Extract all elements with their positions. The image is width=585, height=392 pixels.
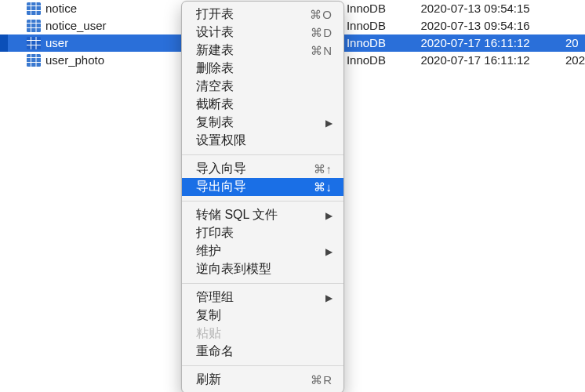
row-marker: [0, 34, 8, 52]
menu-shortcut: ⌘O: [310, 8, 332, 22]
table-date: 2020-07-17 16:11:12: [420, 52, 565, 69]
table-icon: [27, 20, 41, 32]
menu-separator: [182, 283, 343, 284]
table-icon: [27, 2, 41, 15]
menu-item[interactable]: 重命名: [182, 343, 343, 361]
table-name: user: [45, 34, 68, 52]
menu-shortcut: ⌘↓: [314, 180, 333, 194]
svg-rect-15: [27, 54, 41, 67]
table-extra: [565, 0, 585, 17]
menu-item[interactable]: 逆向表到模型: [182, 260, 343, 278]
menu-item[interactable]: 导入向导⌘↑: [182, 160, 343, 178]
menu-item[interactable]: 清空表: [182, 78, 343, 96]
row-marker: [0, 17, 8, 34]
table-date: 2020-07-13 09:54:16: [420, 17, 565, 34]
menu-item[interactable]: 转储 SQL 文件▶: [182, 206, 343, 224]
menu-item[interactable]: 设置权限: [182, 132, 343, 150]
table-date: 2020-07-17 16:11:12: [420, 34, 565, 52]
menu-item[interactable]: 复制: [182, 307, 343, 325]
menu-item-label: 清空表: [196, 78, 332, 95]
menu-item-label: 管理组: [196, 289, 321, 306]
table-extra: [565, 17, 585, 34]
table-engine: InnoDB: [347, 17, 421, 34]
table-date: 2020-07-13 09:54:15: [420, 0, 565, 17]
submenu-arrow-icon: ▶: [321, 292, 332, 303]
menu-item-label: 转储 SQL 文件: [196, 207, 321, 223]
menu-item-label: 设置权限: [196, 132, 332, 149]
table-engine: InnoDB: [347, 34, 421, 52]
menu-item[interactable]: 设计表⌘D: [182, 24, 343, 42]
menu-item-label: 重命名: [196, 343, 332, 360]
menu-item-label: 刷新: [196, 372, 311, 388]
submenu-arrow-icon: ▶: [321, 118, 332, 129]
svg-rect-5: [27, 20, 41, 32]
menu-item[interactable]: 打印表: [182, 224, 343, 242]
menu-separator: [182, 201, 343, 201]
menu-item-label: 设计表: [196, 24, 311, 41]
menu-item-label: 打开表: [196, 6, 310, 23]
menu-item[interactable]: 新建表⌘N: [182, 42, 343, 60]
menu-item-label: 复制: [196, 307, 332, 324]
table-engine: InnoDB: [347, 0, 421, 17]
row-marker: [0, 0, 8, 17]
menu-item-label: 粘贴: [196, 325, 332, 342]
menu-item[interactable]: 复制表▶: [182, 114, 343, 132]
submenu-arrow-icon: ▶: [321, 246, 332, 257]
menu-separator: [182, 154, 343, 155]
table-icon: [27, 54, 41, 67]
menu-item-label: 删除表: [196, 60, 332, 77]
menu-item-label: 导入向导: [196, 161, 314, 177]
submenu-arrow-icon: ▶: [321, 210, 332, 221]
menu-item[interactable]: 导出向导⌘↓: [182, 178, 343, 196]
menu-item-label: 截断表: [196, 96, 332, 113]
menu-item-label: 导出向导: [196, 179, 314, 195]
menu-item-label: 打印表: [196, 225, 332, 241]
table-icon: [27, 37, 41, 49]
table-extra: 202: [565, 52, 585, 69]
menu-item[interactable]: 管理组▶: [182, 289, 343, 307]
table-name: notice_user: [45, 17, 107, 34]
menu-shortcut: ⌘R: [311, 373, 332, 387]
menu-item-label: 复制表: [196, 114, 321, 131]
menu-item[interactable]: 刷新⌘R: [182, 371, 343, 389]
menu-item-label: 新建表: [196, 42, 311, 59]
table-engine: InnoDB: [347, 52, 421, 69]
menu-item[interactable]: 打开表⌘O: [182, 5, 343, 24]
table-extra: 20: [565, 34, 585, 52]
context-menu[interactable]: 打开表⌘O设计表⌘D新建表⌘N删除表清空表截断表复制表▶设置权限导入向导⌘↑导出…: [181, 1, 344, 392]
menu-item: 粘贴: [182, 325, 343, 343]
menu-item[interactable]: 维护▶: [182, 242, 343, 260]
svg-rect-0: [27, 2, 41, 15]
menu-item[interactable]: 删除表: [182, 60, 343, 78]
row-marker: [0, 52, 8, 69]
table-name: user_photo: [45, 52, 104, 69]
menu-separator: [182, 365, 343, 366]
menu-item[interactable]: 截断表: [182, 96, 343, 114]
menu-item-label: 维护: [196, 243, 321, 260]
menu-shortcut: ⌘N: [311, 44, 332, 58]
menu-shortcut: ⌘D: [311, 26, 332, 40]
menu-shortcut: ⌘↑: [314, 162, 333, 176]
table-name: notice: [45, 0, 77, 17]
menu-item-label: 逆向表到模型: [196, 261, 332, 278]
svg-rect-10: [27, 37, 41, 49]
